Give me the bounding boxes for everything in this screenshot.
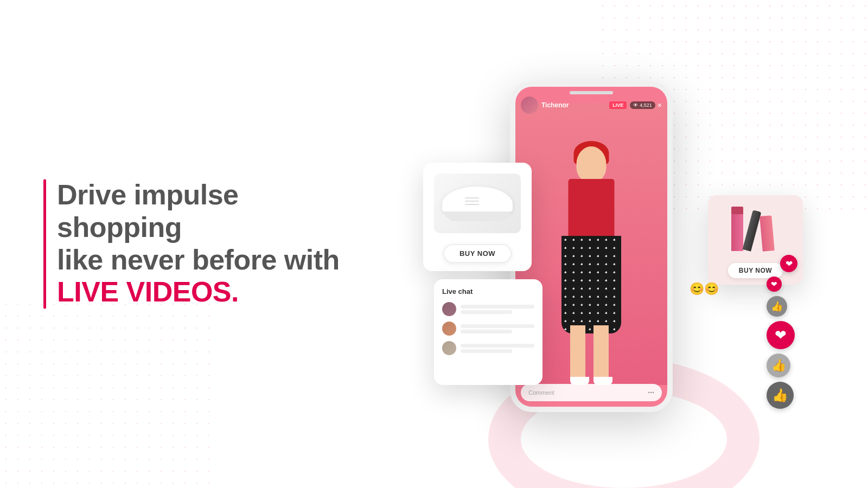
chat-avatar-2: [442, 322, 456, 336]
comment-input-bar[interactable]: Comment ···: [521, 384, 662, 401]
mascara: [742, 210, 761, 252]
chat-message-3: [442, 341, 534, 355]
chat-line: [461, 330, 512, 333]
lace: [465, 201, 479, 202]
live-chat-card: Live chat: [434, 279, 542, 385]
product-card-shoes: BUY NOW: [423, 163, 532, 271]
skirt-dots-pattern: [561, 236, 621, 333]
hero-text-section: Drive impulse shopping like never before…: [43, 179, 358, 309]
chat-message-2: [442, 322, 534, 336]
reaction-icons-group: ❤ ❤ 👍 ❤ 👍 👍: [767, 255, 797, 409]
shoe-laces: [465, 197, 479, 205]
chat-message-lines-3: [461, 344, 534, 353]
dot-pattern-bottom-left: [0, 298, 217, 488]
live-badge: LIVE: [609, 101, 627, 109]
viewer-count-badge: 👁 4,521: [630, 101, 655, 109]
phone-notch: [570, 91, 613, 94]
lace: [465, 197, 479, 198]
comment-options-icon[interactable]: ···: [648, 388, 654, 397]
chat-message-lines-1: [461, 305, 534, 314]
shoe-graphic: [442, 186, 513, 221]
headline-line2: like never before with: [57, 244, 358, 277]
thumbsup-icon-2: 👍: [767, 354, 790, 377]
shoe-sole: [445, 211, 510, 221]
leg-right: [593, 325, 612, 385]
figure-top: [569, 179, 615, 239]
headline-line1: Drive impulse shopping: [57, 179, 358, 244]
lipstick-2: [760, 215, 775, 252]
streamer-username: Tichenor: [541, 101, 609, 109]
figure-legs: [570, 325, 612, 385]
accent-bar: [43, 179, 46, 309]
live-bar: Tichenor LIVE 👁 4,521 ×: [521, 97, 662, 114]
lipstick-1: [731, 213, 743, 251]
streamer-avatar: [521, 97, 538, 114]
chat-line: [461, 349, 512, 353]
chat-avatar-3: [442, 341, 456, 355]
figure-skirt: [561, 236, 621, 333]
woman-figure: [537, 146, 646, 385]
headline-accent: LIVE VIDEOS.: [57, 277, 358, 309]
shoe-image: [434, 174, 521, 233]
chat-avatar-1: [442, 302, 456, 316]
chat-line: [461, 305, 534, 309]
close-button[interactable]: ×: [658, 101, 662, 110]
chat-line: [461, 344, 534, 348]
viewer-count: 4,521: [640, 102, 652, 108]
eye-icon: 👁: [633, 102, 638, 108]
comment-placeholder: Comment: [528, 389, 648, 396]
heart-small-icon-2: ❤: [767, 277, 782, 292]
figure-head: [577, 146, 607, 182]
leg-graphic: [570, 325, 585, 380]
chat-message-lines-2: [461, 324, 534, 333]
cosmetics-graphic: [723, 208, 788, 251]
thumbsup-icon: 👍: [767, 296, 787, 317]
live-chat-title: Live chat: [442, 287, 534, 296]
buy-now-shoes-button[interactable]: BUY NOW: [443, 244, 512, 263]
leg-left: [570, 325, 589, 385]
lipstick-tip: [731, 207, 743, 214]
thumbsup-dark-icon: 👍: [767, 382, 794, 409]
chat-message-1: [442, 302, 534, 316]
heart-small-icon: ❤: [780, 255, 797, 272]
heart-big-icon: ❤: [767, 321, 795, 349]
chat-line: [461, 310, 512, 314]
lace: [465, 204, 479, 205]
chat-line: [461, 324, 534, 328]
leg-graphic: [593, 325, 609, 380]
avatar-image: [521, 97, 538, 114]
cosmetic-image: [720, 203, 791, 255]
hero-visual-section: BUY NOW Tichenor LIVE 👁 4,521 ×: [423, 54, 803, 434]
